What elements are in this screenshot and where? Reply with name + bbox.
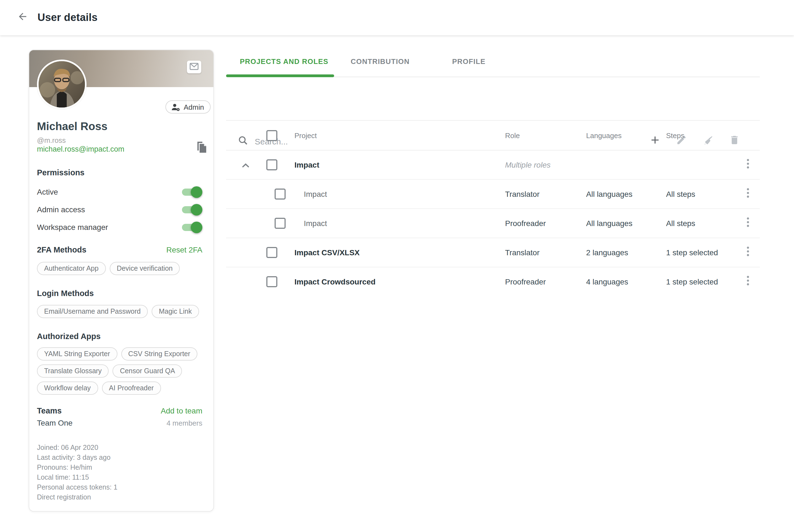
copy-pages-icon	[195, 140, 207, 156]
teams-title: Teams	[37, 406, 62, 415]
meta-local-time: Local time: 11:15	[37, 473, 202, 482]
chevron-up-icon	[242, 160, 249, 170]
row-menu-button[interactable]	[744, 247, 752, 258]
table-header-row: Project Role Languages Steps	[226, 120, 760, 151]
row-checkbox[interactable]	[275, 189, 286, 200]
authorized-app-chips: YAML String Exporter CSV String Exporter…	[37, 347, 200, 395]
project-languages: All languages	[586, 190, 632, 198]
send-message-button[interactable]	[187, 61, 201, 73]
row-checkbox[interactable]	[266, 247, 277, 258]
project-name: Impact	[304, 190, 327, 198]
twofa-chip: Authenticator App	[37, 262, 106, 275]
row-menu-button[interactable]	[744, 189, 752, 200]
workspace-manager-toggle[interactable]	[182, 224, 201, 231]
login-method-chip: Magic Link	[152, 305, 199, 318]
row-menu-button[interactable]	[744, 218, 752, 229]
kebab-icon	[746, 217, 749, 229]
authorized-app-chip: Censor Guard QA	[113, 364, 182, 378]
table-row-impact-crowdsourced: Impact Crowdsourced Proofreader 4 langua…	[226, 267, 760, 296]
user-card: Admin Michael Ross @m.ross michael.ross@…	[29, 50, 214, 512]
project-role: Translator	[505, 190, 540, 198]
page-title: User details	[37, 12, 98, 24]
project-name: Impact CSV/XLSX	[295, 248, 360, 257]
project-role: Translator	[505, 248, 540, 257]
tab-profile[interactable]: PROFILE	[452, 57, 486, 65]
authorized-apps-title: Authorized Apps	[37, 332, 202, 341]
permission-row-active: Active	[37, 183, 202, 201]
envelope-icon	[190, 62, 198, 72]
kebab-icon	[746, 159, 749, 171]
permission-label: Active	[37, 187, 58, 196]
add-to-team-link[interactable]: Add to team	[161, 406, 202, 415]
project-name: Impact	[304, 219, 327, 228]
active-tab-indicator	[226, 74, 334, 77]
column-header-languages: Languages	[586, 131, 622, 139]
row-menu-button[interactable]	[744, 159, 752, 170]
select-all-checkbox[interactable]	[266, 130, 277, 141]
twofa-chip: Device verification	[110, 262, 180, 275]
authorized-app-chip: YAML String Exporter	[37, 347, 117, 361]
project-role: Proofreader	[505, 277, 546, 286]
person-gear-icon	[171, 103, 180, 111]
kebab-icon	[746, 246, 749, 259]
team-name: Team One	[37, 418, 73, 427]
row-checkbox[interactable]	[266, 276, 277, 287]
permissions-title: Permissions	[37, 168, 202, 177]
back-button[interactable]	[16, 11, 30, 25]
copy-email-button[interactable]	[195, 141, 208, 155]
authorized-app-chip: CSV String Exporter	[121, 347, 197, 361]
active-toggle[interactable]	[182, 188, 201, 195]
user-meta-block: Joined: 06 Apr 2020 Last activity: 3 day…	[37, 443, 202, 502]
permission-row-admin-access: Admin access	[37, 201, 202, 218]
user-email-link[interactable]: michael.ross@impact.com	[37, 145, 202, 153]
collapse-row-button[interactable]	[242, 161, 249, 169]
column-header-steps: Steps	[666, 131, 684, 139]
tab-contribution[interactable]: CONTRIBUTION	[351, 57, 410, 65]
team-row: Team One 4 members	[37, 418, 202, 427]
admin-access-toggle[interactable]	[182, 206, 201, 213]
authorized-app-chip: AI Proofreader	[102, 381, 161, 395]
admin-role-badge: Admin	[166, 100, 211, 114]
column-header-project: Project	[295, 131, 317, 139]
project-languages: 4 languages	[586, 277, 628, 286]
project-role: Proofreader	[505, 219, 546, 228]
meta-last-activity: Last activity: 3 days ago	[37, 453, 202, 462]
kebab-icon	[746, 188, 749, 200]
permission-row-workspace-manager: Workspace manager	[37, 218, 202, 236]
permission-label: Admin access	[37, 205, 85, 214]
projects-table: Project Role Languages Steps Impact Mult…	[226, 120, 760, 296]
project-steps: All steps	[666, 219, 695, 228]
permission-label: Workspace manager	[37, 223, 108, 231]
authorized-app-chip: Translate Glossary	[37, 364, 109, 378]
twofa-title: 2FA Methods	[37, 245, 86, 254]
teams-header: Teams Add to team	[37, 406, 202, 415]
tab-bar: PROJECTS AND ROLES CONTRIBUTION PROFILE	[226, 50, 760, 77]
project-steps: 1 step selected	[666, 248, 718, 257]
reset-2fa-link[interactable]: Reset 2FA	[166, 245, 202, 254]
table-row-impact-proofreader: Impact Proofreader All languages All ste…	[226, 209, 760, 238]
team-members-count: 4 members	[167, 419, 202, 427]
top-bar: User details	[0, 0, 794, 35]
tab-projects-and-roles[interactable]: PROJECTS AND ROLES	[240, 57, 328, 65]
user-details-page: User details	[0, 0, 794, 532]
column-header-role: Role	[505, 131, 520, 139]
user-name: Michael Ross	[37, 120, 202, 133]
project-name: Impact	[295, 160, 319, 169]
table-row-impact-translator: Impact Translator All languages All step…	[226, 180, 760, 209]
row-checkbox[interactable]	[266, 159, 277, 170]
table-row-impact-csv-xlsx: Impact CSV/XLSX Translator 2 languages 1…	[226, 238, 760, 267]
twofa-chips: Authenticator App Device verification	[37, 262, 200, 275]
table-toolbar	[226, 88, 760, 116]
row-checkbox[interactable]	[275, 218, 286, 229]
projects-panel: PROJECTS AND ROLES CONTRIBUTION PROFILE	[226, 50, 760, 303]
meta-access-tokens: Personal access tokens: 1	[37, 482, 202, 492]
avatar	[37, 59, 87, 109]
meta-pronouns: Pronouns: He/him	[37, 462, 202, 473]
login-methods-title: Login Methods	[37, 289, 202, 298]
arrow-left-icon	[17, 11, 28, 24]
project-steps: All steps	[666, 190, 695, 198]
project-languages: 2 languages	[586, 248, 628, 257]
row-menu-button[interactable]	[744, 276, 752, 287]
table-row-group-impact: Impact Multiple roles	[226, 151, 760, 180]
meta-joined: Joined: 06 Apr 2020	[37, 443, 202, 453]
